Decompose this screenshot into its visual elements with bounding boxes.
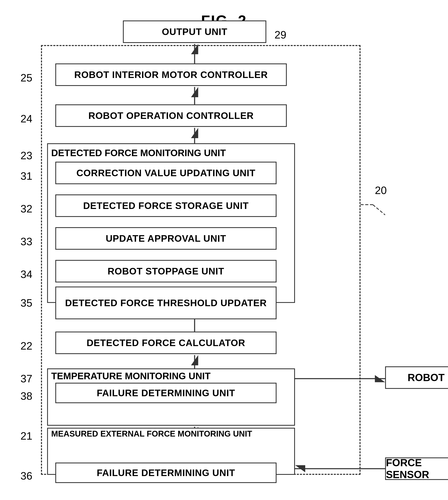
robot-box: ROBOT: [385, 366, 448, 389]
ref-24: 24: [20, 113, 32, 125]
robot-interior-motor-controller-box: ROBOT INTERIOR MOTOR CONTROLLER: [55, 63, 287, 86]
ref-25: 25: [20, 72, 32, 84]
ref-38: 38: [20, 390, 32, 402]
ref-34: 34: [20, 268, 32, 280]
svg-line-11: [373, 205, 385, 215]
detected-force-calculator-box: DETECTED FORCE CALCULATOR: [55, 332, 276, 354]
robot-stoppage-unit-box: ROBOT STOPPAGE UNIT: [55, 260, 276, 282]
robot-stoppage-label: ROBOT STOPPAGE UNIT: [108, 266, 224, 277]
robot-interior-label: ROBOT INTERIOR MOTOR CONTROLLER: [74, 69, 268, 80]
ref-22: 22: [20, 340, 32, 352]
diagram-container: FIG. 2 OU: [0, 0, 448, 500]
correction-value-label: CORRECTION VALUE UPDATING UNIT: [76, 167, 256, 179]
ref-31: 31: [20, 170, 32, 182]
output-unit-label: OUTPUT UNIT: [162, 26, 227, 37]
ref-35: 35: [20, 297, 32, 309]
robot-label: ROBOT: [408, 372, 445, 383]
detected-force-calc-label: DETECTED FORCE CALCULATOR: [87, 337, 245, 348]
ref-20: 20: [375, 184, 387, 197]
ref-21: 21: [20, 430, 32, 442]
dfm-label: DETECTED FORCE MONITORING UNIT: [51, 147, 226, 158]
failure-determining-unit-1-box: FAILURE DETERMINING UNIT: [55, 383, 276, 403]
output-unit-box: OUTPUT UNIT: [123, 20, 266, 43]
robot-operation-controller-box: ROBOT OPERATION CONTROLLER: [55, 104, 287, 127]
detected-force-threshold-updater-box: DETECTED FORCE THRESHOLD UPDATER: [55, 287, 276, 319]
failure-determining-1-label: FAILURE DETERMINING UNIT: [97, 387, 235, 398]
temp-label: TEMPERATURE MONITORING UNIT: [51, 370, 210, 381]
ref-32: 32: [20, 203, 32, 215]
ref-37: 37: [20, 373, 32, 385]
correction-value-updating-unit-box: CORRECTION VALUE UPDATING UNIT: [55, 162, 276, 184]
detected-force-storage-label: DETECTED FORCE STORAGE UNIT: [83, 200, 249, 211]
failure-determining-2-label: FAILURE DETERMINING UNIT: [97, 467, 235, 478]
update-approval-label: UPDATE APPROVAL UNIT: [106, 233, 226, 244]
detected-force-threshold-label: DETECTED FORCE THRESHOLD UPDATER: [65, 297, 267, 308]
detected-force-storage-unit-box: DETECTED FORCE STORAGE UNIT: [55, 195, 276, 217]
mef-label: MEASURED EXTERNAL FORCE MONITORING UNIT: [51, 429, 252, 439]
force-sensor-label: FORCE SENSOR: [386, 457, 448, 481]
robot-operation-label: ROBOT OPERATION CONTROLLER: [88, 110, 254, 121]
ref-36: 36: [20, 470, 32, 482]
ref-23: 23: [20, 149, 32, 162]
force-sensor-box: FORCE SENSOR: [385, 457, 448, 480]
update-approval-unit-box: UPDATE APPROVAL UNIT: [55, 227, 276, 250]
ref-33: 33: [20, 235, 32, 248]
failure-determining-unit-2-box: FAILURE DETERMINING UNIT: [55, 463, 276, 483]
ref-29: 29: [274, 29, 286, 41]
